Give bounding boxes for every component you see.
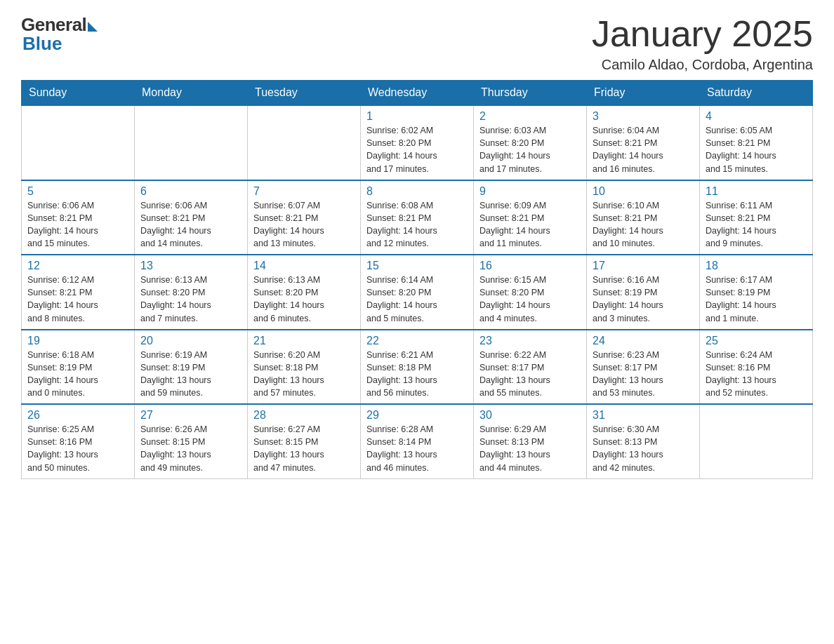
- day-info: Sunrise: 6:17 AMSunset: 8:19 PMDaylight:…: [706, 274, 807, 325]
- day-number: 19: [27, 335, 128, 347]
- day-info: Sunrise: 6:22 AMSunset: 8:17 PMDaylight:…: [479, 349, 581, 400]
- day-number: 16: [479, 260, 581, 272]
- calendar-day-header: Sunday: [22, 81, 135, 106]
- day-info: Sunrise: 6:04 AMSunset: 8:21 PMDaylight:…: [593, 124, 694, 175]
- day-number: 10: [593, 185, 694, 198]
- day-number: 21: [253, 335, 355, 347]
- day-number: 8: [366, 185, 468, 198]
- calendar-day-cell: 7Sunrise: 6:07 AMSunset: 8:21 PMDaylight…: [248, 180, 361, 255]
- calendar-day-header: Monday: [135, 81, 248, 106]
- location-subtitle: Camilo Aldao, Cordoba, Argentina: [592, 57, 813, 73]
- day-info: Sunrise: 6:09 AMSunset: 8:21 PMDaylight:…: [479, 199, 581, 250]
- day-number: 17: [593, 260, 694, 272]
- day-info: Sunrise: 6:13 AMSunset: 8:20 PMDaylight:…: [253, 274, 355, 325]
- calendar-day-cell: 15Sunrise: 6:14 AMSunset: 8:20 PMDayligh…: [361, 255, 474, 330]
- calendar-day-cell: 29Sunrise: 6:28 AMSunset: 8:14 PMDayligh…: [361, 404, 474, 478]
- day-info: Sunrise: 6:03 AMSunset: 8:20 PMDaylight:…: [479, 124, 581, 175]
- day-number: 26: [27, 409, 128, 422]
- day-info: Sunrise: 6:06 AMSunset: 8:21 PMDaylight:…: [140, 199, 241, 250]
- title-block: January 2025 Camilo Aldao, Cordoba, Arge…: [592, 14, 813, 73]
- calendar-day-cell: 23Sunrise: 6:22 AMSunset: 8:17 PMDayligh…: [474, 330, 587, 405]
- day-number: 14: [253, 260, 355, 272]
- calendar-day-header: Friday: [587, 81, 700, 106]
- logo: General Blue: [21, 14, 98, 55]
- calendar-day-cell: 21Sunrise: 6:20 AMSunset: 8:18 PMDayligh…: [248, 330, 361, 405]
- calendar-day-cell: 19Sunrise: 6:18 AMSunset: 8:19 PMDayligh…: [22, 330, 135, 405]
- calendar-week-row: 26Sunrise: 6:25 AMSunset: 8:16 PMDayligh…: [22, 404, 813, 478]
- day-number: 15: [366, 260, 468, 272]
- day-info: Sunrise: 6:24 AMSunset: 8:16 PMDaylight:…: [706, 349, 807, 400]
- page-header: General Blue January 2025 Camilo Aldao, …: [21, 14, 813, 73]
- calendar-week-row: 12Sunrise: 6:12 AMSunset: 8:21 PMDayligh…: [22, 255, 813, 330]
- calendar-day-cell: 22Sunrise: 6:21 AMSunset: 8:18 PMDayligh…: [361, 330, 474, 405]
- calendar-day-cell: 13Sunrise: 6:13 AMSunset: 8:20 PMDayligh…: [135, 255, 248, 330]
- day-number: 27: [140, 409, 241, 422]
- calendar-day-cell: 24Sunrise: 6:23 AMSunset: 8:17 PMDayligh…: [587, 330, 700, 405]
- day-info: Sunrise: 6:11 AMSunset: 8:21 PMDaylight:…: [706, 199, 807, 250]
- day-info: Sunrise: 6:16 AMSunset: 8:19 PMDaylight:…: [593, 274, 694, 325]
- day-number: 29: [366, 409, 468, 422]
- day-number: 20: [140, 335, 241, 347]
- day-number: 5: [27, 185, 128, 198]
- day-info: Sunrise: 6:08 AMSunset: 8:21 PMDaylight:…: [366, 199, 468, 250]
- day-number: 28: [253, 409, 355, 422]
- calendar-day-cell: [22, 105, 135, 180]
- calendar-day-cell: 8Sunrise: 6:08 AMSunset: 8:21 PMDaylight…: [361, 180, 474, 255]
- day-number: 31: [593, 409, 694, 422]
- calendar-day-cell: [248, 105, 361, 180]
- calendar-table: SundayMondayTuesdayWednesdayThursdayFrid…: [21, 80, 813, 479]
- calendar-day-header: Tuesday: [248, 81, 361, 106]
- calendar-day-header: Saturday: [700, 81, 813, 106]
- calendar-day-cell: 18Sunrise: 6:17 AMSunset: 8:19 PMDayligh…: [700, 255, 813, 330]
- day-number: 25: [706, 335, 807, 347]
- day-info: Sunrise: 6:06 AMSunset: 8:21 PMDaylight:…: [27, 199, 128, 250]
- calendar-week-row: 1Sunrise: 6:02 AMSunset: 8:20 PMDaylight…: [22, 105, 813, 180]
- calendar-day-cell: 3Sunrise: 6:04 AMSunset: 8:21 PMDaylight…: [587, 105, 700, 180]
- day-info: Sunrise: 6:20 AMSunset: 8:18 PMDaylight:…: [253, 349, 355, 400]
- day-info: Sunrise: 6:13 AMSunset: 8:20 PMDaylight:…: [140, 274, 241, 325]
- day-info: Sunrise: 6:15 AMSunset: 8:20 PMDaylight:…: [479, 274, 581, 325]
- calendar-day-cell: 30Sunrise: 6:29 AMSunset: 8:13 PMDayligh…: [474, 404, 587, 478]
- day-info: Sunrise: 6:14 AMSunset: 8:20 PMDaylight:…: [366, 274, 468, 325]
- calendar-day-cell: 14Sunrise: 6:13 AMSunset: 8:20 PMDayligh…: [248, 255, 361, 330]
- calendar-day-cell: 6Sunrise: 6:06 AMSunset: 8:21 PMDaylight…: [135, 180, 248, 255]
- calendar-day-cell: 5Sunrise: 6:06 AMSunset: 8:21 PMDaylight…: [22, 180, 135, 255]
- day-number: 7: [253, 185, 355, 198]
- calendar-day-cell: [700, 404, 813, 478]
- calendar-day-cell: 16Sunrise: 6:15 AMSunset: 8:20 PMDayligh…: [474, 255, 587, 330]
- calendar-day-header: Wednesday: [361, 81, 474, 106]
- day-number: 22: [366, 335, 468, 347]
- day-number: 9: [479, 185, 581, 198]
- day-number: 23: [479, 335, 581, 347]
- day-info: Sunrise: 6:25 AMSunset: 8:16 PMDaylight:…: [27, 423, 128, 474]
- day-number: 12: [27, 260, 128, 272]
- day-number: 3: [593, 110, 694, 123]
- calendar-day-cell: 26Sunrise: 6:25 AMSunset: 8:16 PMDayligh…: [22, 404, 135, 478]
- day-number: 30: [479, 409, 581, 422]
- day-info: Sunrise: 6:02 AMSunset: 8:20 PMDaylight:…: [366, 124, 468, 175]
- day-number: 6: [140, 185, 241, 198]
- calendar-day-cell: 2Sunrise: 6:03 AMSunset: 8:20 PMDaylight…: [474, 105, 587, 180]
- calendar-day-header: Thursday: [474, 81, 587, 106]
- calendar-week-row: 19Sunrise: 6:18 AMSunset: 8:19 PMDayligh…: [22, 330, 813, 405]
- calendar-day-cell: [135, 105, 248, 180]
- calendar-day-cell: 1Sunrise: 6:02 AMSunset: 8:20 PMDaylight…: [361, 105, 474, 180]
- day-info: Sunrise: 6:27 AMSunset: 8:15 PMDaylight:…: [253, 423, 355, 474]
- calendar-day-cell: 10Sunrise: 6:10 AMSunset: 8:21 PMDayligh…: [587, 180, 700, 255]
- calendar-header-row: SundayMondayTuesdayWednesdayThursdayFrid…: [22, 81, 813, 106]
- day-info: Sunrise: 6:10 AMSunset: 8:21 PMDaylight:…: [593, 199, 694, 250]
- day-info: Sunrise: 6:19 AMSunset: 8:19 PMDaylight:…: [140, 349, 241, 400]
- calendar-day-cell: 4Sunrise: 6:05 AMSunset: 8:21 PMDaylight…: [700, 105, 813, 180]
- day-info: Sunrise: 6:26 AMSunset: 8:15 PMDaylight:…: [140, 423, 241, 474]
- day-info: Sunrise: 6:29 AMSunset: 8:13 PMDaylight:…: [479, 423, 581, 474]
- calendar-day-cell: 12Sunrise: 6:12 AMSunset: 8:21 PMDayligh…: [22, 255, 135, 330]
- day-number: 2: [479, 110, 581, 123]
- day-info: Sunrise: 6:05 AMSunset: 8:21 PMDaylight:…: [706, 124, 807, 175]
- day-number: 4: [706, 110, 807, 123]
- calendar-day-cell: 20Sunrise: 6:19 AMSunset: 8:19 PMDayligh…: [135, 330, 248, 405]
- day-number: 13: [140, 260, 241, 272]
- day-number: 18: [706, 260, 807, 272]
- calendar-day-cell: 27Sunrise: 6:26 AMSunset: 8:15 PMDayligh…: [135, 404, 248, 478]
- day-number: 11: [706, 185, 807, 198]
- day-number: 1: [366, 110, 468, 123]
